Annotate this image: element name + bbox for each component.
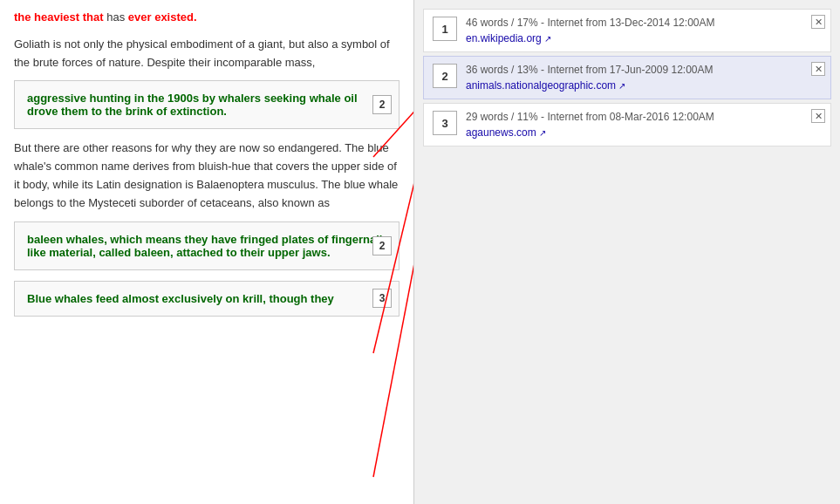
quote-1-text: aggressive hunting in the 1900s by whale… [27, 92, 358, 118]
close-btn-2[interactable]: ✕ [811, 62, 825, 76]
source-link-1[interactable]: en.wikipedia.org ↗ [466, 32, 551, 44]
citation-badge-1: 2 [372, 95, 392, 114]
heading-block: the heaviest that has ever existed. [14, 9, 400, 27]
quote-2-text: baleen whales, which means they have fri… [27, 233, 386, 259]
left-panel: the heaviest that has ever existed. Goli… [0, 0, 414, 504]
source-info-1: 46 words / 17% - Internet from 13-Dec-20… [466, 17, 822, 44]
paragraph-1: Goliath is not only the physical embodim… [14, 36, 400, 72]
heading-red: the heaviest that [14, 10, 104, 24]
citation-badge-2: 2 [372, 236, 392, 255]
source-meta-1: 46 words / 17% - Internet from 13-Dec-20… [466, 17, 822, 29]
source-meta-2: 36 words / 13% - Internet from 17-Jun-20… [466, 64, 822, 76]
heading-has: has [106, 10, 128, 24]
source-number-2: 2 [433, 64, 457, 88]
quote-block-2: baleen whales, which means they have fri… [14, 221, 400, 270]
source-info-3: 29 words / 11% - Internet from 08-Mar-20… [466, 111, 822, 139]
source-meta-3: 29 words / 11% - Internet from 08-Mar-20… [466, 111, 822, 123]
source-link-3[interactable]: agaunews.com ↗ [466, 126, 546, 139]
ext-icon-1: ↗ [544, 34, 551, 44]
source-number-3: 3 [433, 111, 457, 135]
right-panel: 1 46 words / 17% - Internet from 13-Dec-… [414, 0, 840, 504]
citation-badge-3: 3 [372, 289, 392, 308]
ext-icon-2: ↗ [618, 81, 625, 91]
sources-list: 1 46 words / 17% - Internet from 13-Dec-… [423, 9, 831, 146]
close-btn-3[interactable]: ✕ [811, 109, 825, 123]
quote-block-1: aggressive hunting in the 1900s by whale… [14, 80, 400, 129]
ext-icon-3: ↗ [539, 128, 546, 138]
source-info-2: 36 words / 13% - Internet from 17-Jun-20… [466, 64, 822, 92]
heading-bold: ever existed. [128, 10, 197, 24]
source-card-2: 2 36 words / 13% - Internet from 17-Jun-… [423, 56, 831, 99]
quote-block-3: Blue whales feed almost exclusively on k… [14, 281, 400, 317]
source-card-3: 3 29 words / 11% - Internet from 08-Mar-… [423, 103, 831, 146]
paragraph-2: But there are other reasons for why they… [14, 140, 400, 212]
close-btn-1[interactable]: ✕ [811, 15, 825, 29]
quote-3-text: Blue whales feed almost exclusively on k… [27, 292, 334, 305]
source-link-2[interactable]: animals.nationalgeographic.com ↗ [466, 79, 625, 92]
source-number-1: 1 [433, 17, 457, 41]
source-card-1: 1 46 words / 17% - Internet from 13-Dec-… [423, 9, 831, 52]
